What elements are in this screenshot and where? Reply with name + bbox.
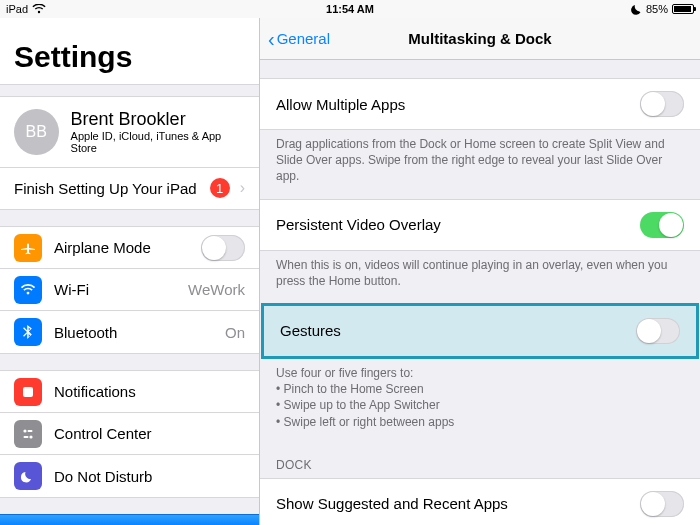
- battery-percent: 85%: [646, 3, 668, 15]
- gestures-label: Gestures: [280, 322, 636, 339]
- dnd-row[interactable]: Do Not Disturb: [0, 455, 259, 497]
- wifi-value: WeWork: [188, 281, 245, 298]
- svg-rect-4: [24, 436, 29, 438]
- allow-multiple-toggle[interactable]: [640, 91, 684, 117]
- pvo-label: Persistent Video Overlay: [276, 216, 640, 233]
- gestures-bullet: • Swipe up to the App Switcher: [276, 397, 684, 413]
- suggested-apps-row[interactable]: Show Suggested and Recent Apps: [260, 478, 700, 525]
- wifi-label: Wi-Fi: [54, 281, 188, 298]
- svg-rect-0: [23, 387, 33, 397]
- chevron-left-icon: ‹: [268, 29, 275, 49]
- detail-header: ‹ General Multitasking & Dock: [260, 18, 700, 60]
- notifications-label: Notifications: [54, 383, 245, 400]
- gestures-footer-intro: Use four or five fingers to:: [276, 365, 684, 381]
- notifications-row[interactable]: Notifications: [0, 370, 259, 413]
- wifi-settings-icon: [14, 276, 42, 304]
- persistent-video-row[interactable]: Persistent Video Overlay: [260, 199, 700, 251]
- sidebar-selected-row-edge[interactable]: [0, 514, 259, 525]
- detail-title: Multitasking & Dock: [408, 30, 551, 47]
- gestures-row[interactable]: Gestures: [264, 306, 696, 356]
- suggested-label: Show Suggested and Recent Apps: [276, 495, 640, 512]
- profile-name: Brent Brookler: [71, 109, 245, 130]
- bluetooth-label: Bluetooth: [54, 324, 225, 341]
- svg-point-3: [29, 435, 32, 438]
- gestures-bullet: • Pinch to the Home Screen: [276, 381, 684, 397]
- finish-setup-label: Finish Setting Up Your iPad: [14, 180, 210, 197]
- airplane-icon: [14, 234, 42, 262]
- settings-sidebar: Settings BB Brent Brookler Apple ID, iCl…: [0, 18, 260, 525]
- control-center-icon: [14, 420, 42, 448]
- airplane-toggle[interactable]: [201, 235, 245, 261]
- allow-multiple-apps-row[interactable]: Allow Multiple Apps: [260, 78, 700, 130]
- dock-section-header: DOCK: [260, 444, 700, 478]
- finish-setup-badge: 1: [210, 178, 230, 198]
- page-title: Settings: [0, 18, 259, 85]
- profile-subtitle: Apple ID, iCloud, iTunes & App Store: [71, 130, 245, 154]
- allow-multiple-footer: Drag applications from the Dock or Home …: [260, 130, 700, 199]
- avatar: BB: [14, 109, 59, 155]
- dnd-moon-icon: [631, 4, 642, 15]
- suggested-toggle[interactable]: [640, 491, 684, 517]
- airplane-mode-row[interactable]: Airplane Mode: [0, 226, 259, 269]
- wifi-row[interactable]: Wi-Fi WeWork: [0, 269, 259, 311]
- wifi-icon: [32, 4, 46, 14]
- detail-pane: ‹ General Multitasking & Dock Allow Mult…: [260, 18, 700, 525]
- battery-icon: [672, 4, 694, 14]
- dnd-icon: [14, 462, 42, 490]
- pvo-toggle[interactable]: [640, 212, 684, 238]
- bluetooth-value: On: [225, 324, 245, 341]
- clock: 11:54 AM: [326, 3, 374, 15]
- gestures-toggle[interactable]: [636, 318, 680, 344]
- dnd-label: Do Not Disturb: [54, 468, 245, 485]
- device-label: iPad: [6, 3, 28, 15]
- finish-setup-row[interactable]: Finish Setting Up Your iPad 1 ›: [0, 168, 259, 210]
- svg-rect-2: [28, 430, 33, 432]
- pvo-footer: When this is on, videos will continue pl…: [260, 251, 700, 303]
- notifications-icon: [14, 378, 42, 406]
- back-button[interactable]: ‹ General: [268, 29, 330, 49]
- airplane-label: Airplane Mode: [54, 239, 201, 256]
- bluetooth-icon: [14, 318, 42, 346]
- status-bar: iPad 11:54 AM 85%: [0, 0, 700, 18]
- control-center-label: Control Center: [54, 425, 245, 442]
- gestures-footer: Use four or five fingers to: • Pinch to …: [260, 359, 700, 444]
- svg-point-1: [23, 429, 26, 432]
- bluetooth-row[interactable]: Bluetooth On: [0, 311, 259, 353]
- control-center-row[interactable]: Control Center: [0, 413, 259, 455]
- chevron-right-icon: ›: [240, 179, 245, 197]
- allow-multiple-label: Allow Multiple Apps: [276, 96, 640, 113]
- gestures-highlight: Gestures: [261, 303, 699, 359]
- back-label: General: [277, 30, 330, 47]
- gestures-bullet: • Swipe left or right between apps: [276, 414, 684, 430]
- apple-id-row[interactable]: BB Brent Brookler Apple ID, iCloud, iTun…: [0, 96, 259, 168]
